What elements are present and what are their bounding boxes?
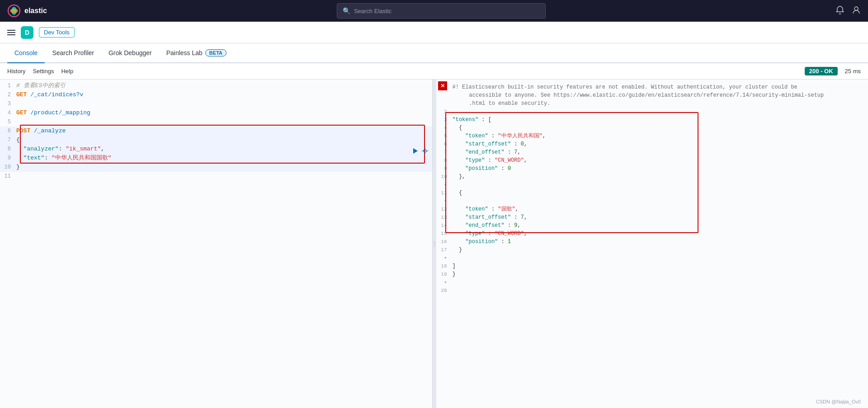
tab-painless-lab-label: Painless Lab <box>166 49 203 56</box>
resp-line-12: 12 "token" : "国歌", <box>436 205 868 213</box>
bell-icon <box>835 5 844 14</box>
editor-line-9: 9 "text": "中华人民共和国国歌" <box>0 154 432 163</box>
editor-line-6: 6 POST /_analyze <box>0 127 432 136</box>
editor-line-10: 10 } <box>0 163 432 172</box>
global-search-bar[interactable]: 🔍 Search Elastic <box>337 3 546 19</box>
svg-rect-4 <box>7 30 15 31</box>
history-button[interactable]: History <box>7 68 25 75</box>
resp-line-11: 11 ▾ { <box>436 189 868 205</box>
svg-point-3 <box>854 7 858 10</box>
tab-search-profiler[interactable]: Search Profiler <box>45 43 101 63</box>
resp-line-18: 18 ] <box>436 262 868 270</box>
resp-line-5: 5 "token" : "中华人民共和国", <box>436 132 868 140</box>
resp-line-4: 4 { <box>436 124 868 132</box>
app-badge: D <box>21 26 33 39</box>
tab-bar: Console Search Profiler Grok Debugger Pa… <box>0 43 868 63</box>
close-response-button[interactable]: ✕ <box>438 81 447 90</box>
resp-line-8: 8 "type" : "CN_WORD", <box>436 156 868 164</box>
resp-line-3: 3 "tokens" : [ <box>436 116 868 124</box>
resp-line-9: 9 "position" : 0 <box>436 164 868 173</box>
elastic-logo-icon <box>7 4 21 18</box>
resp-line-1c: .html to enable security. <box>436 99 868 108</box>
resp-line-1b: accessible to anyone. See https://www.el… <box>436 91 868 99</box>
resp-line-16: 16 "position" : 1 <box>436 238 868 246</box>
wrench-icon <box>421 147 429 155</box>
resp-line-1: 1 #! Elasticsearch built-in security fea… <box>436 83 868 91</box>
editor-line-3: 3 <box>0 99 432 108</box>
resp-line-6: 6 "start_offset" : 0, <box>436 140 868 148</box>
resp-line-20: 20 <box>436 286 868 295</box>
run-icon <box>411 147 419 155</box>
alerts-icon-button[interactable] <box>835 5 844 17</box>
search-icon: 🔍 <box>343 7 350 14</box>
resp-line-7: 7 "end_offset" : 7, <box>436 148 868 156</box>
resp-line-10: 10 ▾ }, <box>436 173 868 189</box>
tab-painless-lab[interactable]: Painless Lab BETA <box>159 43 234 63</box>
resp-line-14: 14 "end_offset" : 9, <box>436 221 868 230</box>
nav-icons <box>835 5 861 17</box>
resp-line-15: 15 "type" : "CN_WORD", <box>436 230 868 238</box>
run-button[interactable] <box>411 147 419 156</box>
editor-line-8: 8 "analyzer": "ik_smart", <box>0 145 432 154</box>
tab-console-label: Console <box>14 49 38 56</box>
elastic-logo[interactable]: elastic <box>7 4 47 18</box>
top-navigation: elastic 🔍 Search Elastic <box>0 0 868 22</box>
settings-icon-button[interactable] <box>421 147 429 156</box>
resp-line-19: 19 ▾ } <box>436 270 868 286</box>
resp-line-17: 17 ▾ } <box>436 246 868 262</box>
search-bar-container: 🔍 Search Elastic <box>52 3 830 19</box>
footer-watermark: CSDN @Naijia_Ov0 <box>816 399 861 404</box>
response-close-area: ✕ <box>438 81 447 90</box>
svg-rect-6 <box>7 34 15 35</box>
tab-grok-debugger-label: Grok Debugger <box>108 49 152 56</box>
editor-content: 1 # 查看ES中的索引 2 GET /_cat/indices?v 3 4 G… <box>0 80 432 183</box>
toolbar: History Settings Help 200 - OK 25 ms <box>0 63 868 80</box>
resp-line-13: 13 "start_offset" : 7, <box>436 213 868 221</box>
panel-divider[interactable]: ⋮ <box>433 80 436 408</box>
editor-action-icons <box>411 147 429 156</box>
response-content: 1 #! Elasticsearch built-in security fea… <box>436 81 868 296</box>
user-icon-button[interactable] <box>852 5 861 17</box>
response-panel[interactable]: ✕ 1 #! Elasticsearch built-in security f… <box>436 80 868 408</box>
editor-line-2: 2 GET /_cat/indices?v <box>0 90 432 99</box>
svg-point-8 <box>424 150 426 152</box>
editor-line-11: 11 <box>0 172 432 181</box>
tab-grok-debugger[interactable]: Grok Debugger <box>101 43 159 63</box>
svg-marker-7 <box>413 148 418 154</box>
tab-search-profiler-label: Search Profiler <box>52 49 94 56</box>
hamburger-icon <box>7 28 15 37</box>
help-button[interactable]: Help <box>61 68 73 75</box>
beta-badge: BETA <box>205 49 226 56</box>
editor-line-5: 5 <box>0 117 432 127</box>
secondary-navigation: D Dev Tools <box>0 22 868 43</box>
user-icon <box>852 5 861 14</box>
elastic-logo-text: elastic <box>24 7 47 15</box>
editor-line-1: 1 # 查看ES中的索引 <box>0 81 432 90</box>
resp-line-2: 2 <box>436 108 868 116</box>
status-badge: 200 - OK <box>805 67 838 75</box>
editor-line-4: 4 GET /product/_mapping <box>0 108 432 117</box>
settings-button[interactable]: Settings <box>33 68 54 75</box>
tab-console[interactable]: Console <box>7 43 45 63</box>
search-bar-placeholder: Search Elastic <box>354 8 392 14</box>
main-content: 1 # 查看ES中的索引 2 GET /_cat/indices?v 3 4 G… <box>0 80 868 408</box>
svg-rect-5 <box>7 32 15 33</box>
hamburger-button[interactable] <box>7 28 15 37</box>
editor-line-7: 7 { <box>0 136 432 145</box>
response-time: 25 ms <box>845 68 861 75</box>
svg-point-2 <box>10 9 18 13</box>
editor-panel[interactable]: 1 # 查看ES中的索引 2 GET /_cat/indices?v 3 4 G… <box>0 80 433 408</box>
app-label[interactable]: Dev Tools <box>39 27 75 38</box>
